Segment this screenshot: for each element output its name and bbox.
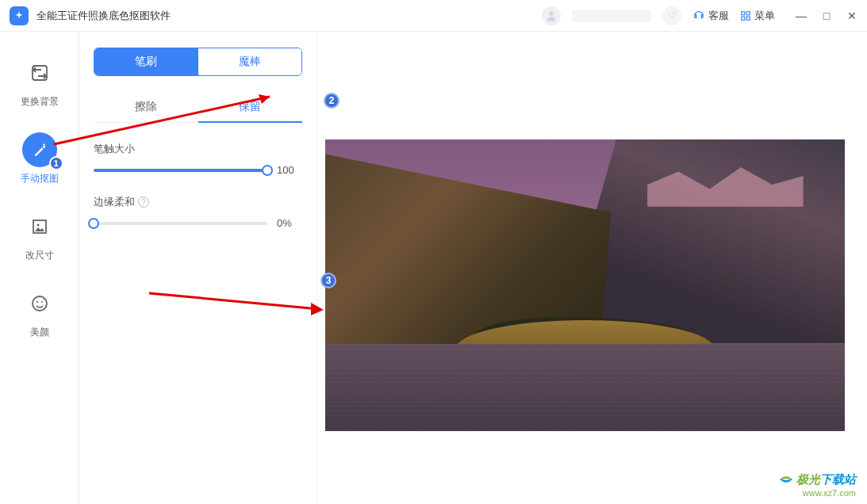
favorite-icon[interactable]: ♡: [662, 6, 681, 25]
sidebar-item-resize[interactable]: 改尺寸: [22, 209, 57, 262]
watermark-logo: 极光下载站: [777, 471, 856, 488]
step-badge-1: 1: [49, 156, 63, 170]
user-avatar[interactable]: [542, 6, 561, 25]
maximize-button[interactable]: □: [821, 10, 832, 22]
sidebar-label-beauty: 美颜: [30, 326, 49, 339]
svg-point-10: [41, 301, 43, 303]
sidebar-item-change-bg[interactable]: 更换背景: [21, 55, 59, 109]
step-badge-3: 3: [320, 273, 336, 288]
svg-point-7: [36, 224, 39, 227]
app-title: 全能王证件照换底色抠图软件: [36, 9, 542, 23]
svg-rect-3: [742, 17, 745, 20]
titlebar-right: ♡ 客服 菜单 — □ ✕: [542, 6, 857, 25]
title-bar: 全能王证件照换底色抠图软件 ♡ 客服 菜单 — □ ✕: [0, 0, 867, 32]
brush-size-slider[interactable]: [94, 169, 267, 172]
username-placeholder: [572, 10, 651, 22]
customer-service-button[interactable]: 客服: [692, 9, 729, 23]
brush-size-thumb[interactable]: [262, 165, 273, 176]
beauty-icon: [22, 286, 57, 321]
edge-soft-slider[interactable]: [94, 222, 267, 225]
svg-point-9: [36, 301, 38, 303]
swoosh-icon: [777, 471, 795, 488]
menu-label: 菜单: [754, 9, 775, 23]
brush-size-value: 100: [277, 164, 302, 176]
edge-soft-value: 0%: [277, 217, 302, 229]
svg-rect-2: [746, 11, 750, 14]
sub-tab-keep[interactable]: 保留: [198, 92, 303, 122]
sidebar: 更换背景 手动抠图 1 改尺寸 美颜: [0, 32, 79, 504]
sub-tabs: 擦除 保留: [94, 92, 302, 123]
grid-icon: [740, 10, 751, 21]
svg-point-0: [549, 11, 553, 15]
mode-tabs: 笔刷 魔棒: [94, 48, 302, 76]
close-button[interactable]: ✕: [846, 10, 857, 22]
swap-icon: [22, 55, 57, 90]
sidebar-label-manual-cutout: 手动抠图: [21, 172, 59, 185]
sidebar-label-change-bg: 更换背景: [21, 95, 59, 109]
menu-button[interactable]: 菜单: [740, 9, 775, 23]
minimize-button[interactable]: —: [796, 10, 807, 22]
sidebar-item-manual-cutout[interactable]: 手动抠图 1: [21, 132, 59, 185]
brush-size-control: 笔触大小 100: [94, 142, 302, 176]
watermark: 极光下载站 www.xz7.com: [777, 471, 856, 498]
brush-size-label: 笔触大小: [94, 142, 302, 156]
control-panel: 笔刷 魔棒 擦除 保留 笔触大小 100 边缘柔和 ?: [79, 32, 317, 504]
landscape-image: [325, 139, 845, 431]
svg-rect-1: [742, 11, 745, 14]
watermark-brand: 极光下载站: [796, 472, 856, 487]
edge-soft-row: 0%: [94, 217, 302, 229]
customer-service-label: 客服: [708, 9, 729, 23]
edge-soft-label: 边缘柔和 ?: [94, 195, 302, 209]
person-icon: [545, 10, 558, 22]
edge-soft-control: 边缘柔和 ? 0%: [94, 195, 302, 229]
canvas-area: [317, 32, 867, 504]
edge-soft-thumb[interactable]: [88, 218, 99, 229]
sidebar-item-beauty[interactable]: 美颜: [22, 286, 57, 339]
window-controls: — □ ✕: [796, 10, 857, 22]
tab-brush[interactable]: 笔刷: [94, 48, 198, 75]
step-badge-2: 2: [324, 93, 340, 109]
main-area: 更换背景 手动抠图 1 改尺寸 美颜 笔刷 魔棒 擦除: [0, 32, 867, 504]
svg-rect-4: [746, 17, 750, 20]
headset-icon: [692, 10, 705, 22]
sparkle-icon: [13, 10, 25, 21]
sidebar-label-resize: 改尺寸: [25, 249, 54, 262]
help-icon[interactable]: ?: [138, 197, 149, 208]
sub-tab-erase[interactable]: 擦除: [94, 92, 198, 122]
resize-icon: [22, 209, 57, 244]
tab-magic-wand[interactable]: 魔棒: [198, 48, 302, 75]
brush-size-fill: [94, 169, 267, 172]
image-canvas[interactable]: [325, 139, 845, 431]
app-logo: [10, 6, 29, 25]
brush-size-row: 100: [94, 164, 302, 176]
watermark-url: www.xz7.com: [777, 488, 856, 498]
